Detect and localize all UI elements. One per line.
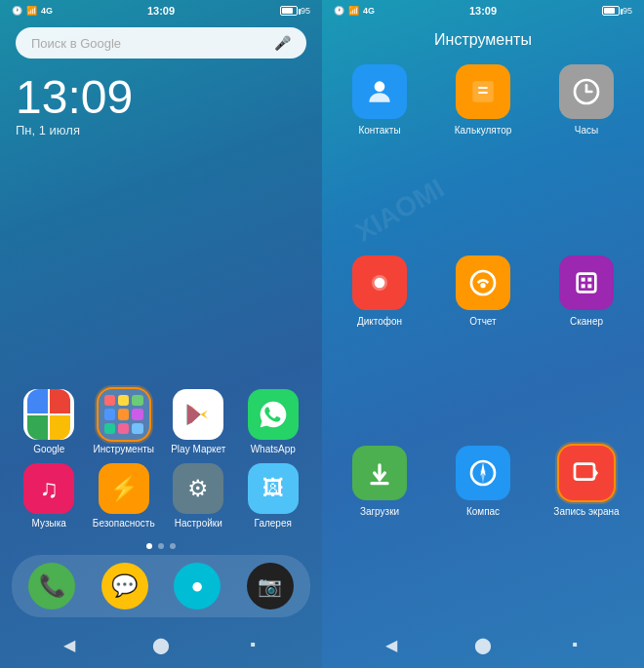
tool-report[interactable]: Отчет — [437, 255, 529, 435]
phone-icon: 📞 — [39, 573, 65, 599]
svg-rect-14 — [587, 284, 591, 288]
scanner-icon — [571, 267, 602, 298]
music-icon: ♫ — [40, 474, 60, 504]
tool-screenrecord[interactable]: Запись экрана — [541, 446, 632, 625]
tool-compass-label: Компас — [466, 505, 500, 518]
calculator-icon: = — [467, 76, 499, 107]
right-nav-bar: ◀ ⬤ ▪ — [322, 625, 644, 668]
tool-contacts-label: Контакты — [358, 124, 400, 137]
dot-3 — [170, 543, 176, 549]
svg-rect-13 — [582, 284, 585, 288]
right-phone-panel: XIAOMI 🕐 📶 4G 13:09 95 Инструменты — [322, 0, 644, 668]
folder-title: Инструменты — [334, 20, 632, 64]
app-google[interactable]: Google — [16, 389, 83, 455]
tool-scanner[interactable]: Сканер — [541, 255, 632, 435]
svg-point-7 — [375, 277, 385, 288]
app-security[interactable]: ⚡ Безопасность — [91, 463, 158, 530]
left-status-bar: 🕐 📶 4G 13:09 95 — [0, 0, 322, 20]
svg-rect-11 — [582, 277, 585, 281]
tool-clock-label: Часы — [575, 124, 598, 137]
left-nav-bar: ◀ ⬤ ▪ — [0, 625, 322, 668]
right-main-content: Инструменты Контакты = — [322, 20, 644, 625]
svg-rect-10 — [578, 273, 596, 292]
whatsapp-icon — [258, 399, 289, 430]
camera-icon: 📷 — [258, 574, 282, 598]
left-main-content: Поиск в Google 🎤 13:09 Пн, 1 июля — [0, 20, 322, 555]
app-google-label: Google — [33, 444, 64, 455]
recorder-icon — [364, 267, 395, 298]
right-back-button[interactable]: ◀ — [380, 633, 403, 656]
screenrecord-icon — [571, 457, 602, 489]
app-instruments[interactable]: Инструменты — [91, 389, 158, 455]
downloads-icon — [364, 457, 395, 489]
tool-recorder[interactable]: Диктофон — [334, 255, 425, 435]
contacts-icon — [364, 76, 395, 107]
dot-2 — [158, 543, 164, 549]
app-gallery-label: Галерея — [255, 518, 292, 530]
dock-camera[interactable]: 📷 — [234, 563, 307, 609]
svg-point-9 — [480, 283, 485, 288]
status-right-icons: 95 — [280, 6, 310, 16]
tool-compass[interactable]: Компас — [437, 446, 529, 625]
tool-scanner-label: Сканер — [570, 315, 603, 328]
tool-recorder-label: Диктофон — [357, 315, 402, 328]
tool-clock[interactable]: Часы — [541, 64, 632, 244]
clock-date: Пн, 1 июля — [16, 123, 306, 138]
tool-report-label: Отчет — [469, 315, 496, 328]
app-settings-label: Настройки — [175, 518, 222, 530]
svg-marker-21 — [594, 468, 598, 479]
tool-calculator[interactable]: = Калькулятор — [437, 64, 529, 244]
svg-text:=: = — [478, 80, 489, 100]
recent-button[interactable]: ▪ — [241, 633, 264, 656]
tool-downloads[interactable]: Загрузки — [334, 446, 425, 625]
dock-messages[interactable]: 💬 — [89, 563, 162, 609]
tool-screenrecord-label: Запись экрана — [553, 505, 619, 518]
svg-rect-20 — [575, 464, 594, 480]
app-dock: 📞 💬 ● 📷 — [12, 555, 310, 617]
tools-grid: Контакты = Калькулятор — [334, 64, 632, 625]
mic-icon[interactable]: 🎤 — [274, 35, 291, 51]
right-home-button[interactable]: ⬤ — [471, 633, 495, 656]
tool-contacts[interactable]: Контакты — [334, 64, 425, 244]
left-phone-panel: 🕐 📶 4G 13:09 95 Поиск в Google 🎤 13:09 П… — [0, 0, 322, 668]
left-status-time: 13:09 — [147, 5, 175, 17]
clock-widget: 13:09 Пн, 1 июля — [16, 74, 306, 138]
report-icon — [467, 267, 499, 298]
app-gallery[interactable]: 🖼 Галерея — [240, 463, 307, 530]
clock-icon — [571, 76, 602, 107]
app-security-label: Безопасность — [93, 518, 155, 530]
messages-icon: 💬 — [111, 573, 138, 599]
right-recent-button[interactable]: ▪ — [563, 633, 586, 656]
clock-time: 13:09 — [16, 74, 306, 121]
settings-icon: ⚙ — [187, 475, 209, 502]
dot-1 — [146, 543, 152, 549]
instruments-icon — [99, 389, 149, 440]
right-status-time: 13:09 — [469, 5, 497, 17]
app-instruments-label: Инструменты — [94, 444, 154, 455]
app-grid: Google Инстру — [16, 389, 306, 537]
back-button[interactable]: ◀ — [58, 633, 81, 656]
tool-calculator-label: Калькулятор — [455, 124, 512, 137]
security-icon: ⚡ — [109, 475, 139, 502]
right-status-right: 95 — [602, 6, 632, 16]
app-playmarket-label: Play Маркет — [171, 444, 225, 455]
app-playmarket[interactable]: Play Маркет — [165, 389, 232, 455]
gallery-icon: 🖼 — [262, 476, 284, 501]
google-search-bar[interactable]: Поиск в Google 🎤 — [16, 27, 306, 59]
playmarket-icon — [183, 400, 213, 429]
assistant-icon: ● — [191, 573, 204, 599]
tool-downloads-label: Загрузки — [360, 505, 399, 518]
app-music[interactable]: ♫ Музыка — [16, 463, 83, 530]
dock-phone[interactable]: 📞 — [16, 563, 89, 609]
status-left-icons: 🕐 📶 4G — [12, 6, 53, 16]
app-whatsapp[interactable]: WhatsApp — [240, 389, 307, 455]
app-settings[interactable]: ⚙ Настройки — [165, 463, 232, 530]
right-status-left: 🕐 📶 4G — [334, 6, 375, 16]
app-music-label: Музыка — [32, 518, 66, 530]
search-placeholder: Поиск в Google — [31, 36, 121, 51]
svg-point-0 — [375, 81, 385, 92]
home-button[interactable]: ⬤ — [149, 633, 173, 656]
svg-rect-12 — [587, 277, 591, 281]
dock-assistant[interactable]: ● — [161, 563, 234, 609]
right-status-bar: 🕐 📶 4G 13:09 95 — [322, 0, 644, 20]
